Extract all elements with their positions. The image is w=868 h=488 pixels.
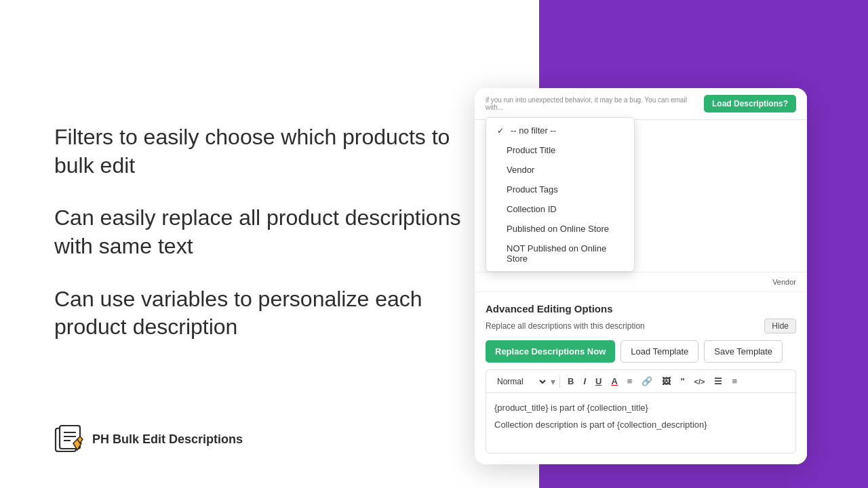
image-button[interactable]: 🖼 [658,374,674,388]
bullet-list-button[interactable]: ☰ [711,374,726,388]
brand-icon [54,424,84,454]
features-list: Filters to easily choose which products … [54,41,485,424]
editor-line-1: {product_title} is part of {collection_t… [494,401,787,415]
ordered-list-button[interactable]: ≡ [728,374,741,388]
advanced-subtitle: Replace all descriptions with this descr… [486,321,645,331]
filter-option-vendor[interactable]: Vendor [486,160,634,180]
toolbar-divider-1 [559,375,560,388]
left-panel: Filters to easily choose which products … [0,0,539,488]
feature-3: Can use variables to personalize each pr… [54,285,485,342]
load-template-button[interactable]: Load Template [620,340,698,363]
right-panel: if you run into unexpected behavior, it … [539,0,868,488]
save-template-button[interactable]: Save Template [704,340,783,363]
action-buttons: Replace Descriptions Now Load Template S… [486,340,796,363]
style-select[interactable]: Normal Heading 1 Heading 2 [492,375,548,388]
editor-area[interactable]: {product_title} is part of {collection_t… [486,392,796,453]
table-hint: Vendor [475,272,807,291]
editor-line-2: Collection description is part of {colle… [494,418,787,432]
bold-button[interactable]: B [564,374,577,388]
dropdown-overlay: -- no filter -- Product Title Vendor Pro… [486,117,796,272]
filter-option-published[interactable]: Published on Online Store [486,219,634,239]
link-button[interactable]: 🔗 [638,374,656,388]
filter-option-not-published[interactable]: NOT Published on Online Store [486,239,634,268]
align-button[interactable]: ≡ [624,374,636,388]
filter-option-no-filter[interactable]: -- no filter -- [486,121,634,140]
feature-2: Can easily replace all product descripti… [54,204,485,260]
code-button[interactable]: </> [691,375,709,388]
underline-button[interactable]: U [592,374,605,388]
top-bar: if you run into unexpected behavior, it … [475,88,807,120]
color-button[interactable]: A [608,374,620,388]
filter-option-collection-id[interactable]: Collection ID [486,199,634,219]
feature-1: Filters to easily choose which products … [54,123,485,180]
advanced-section: Advanced Editing Options Replace all des… [475,291,807,464]
top-bar-text: if you run into unexpected behavior, it … [486,96,698,111]
hide-button[interactable]: Hide [764,319,796,333]
blockquote-button[interactable]: " [677,374,688,388]
brand: PH Bulk Edit Descriptions [54,424,485,454]
filter-option-product-tags[interactable]: Product Tags [486,180,634,199]
chevron-down-icon[interactable]: ▾ [551,376,555,387]
italic-button[interactable]: I [580,374,589,388]
filter-dropdown[interactable]: -- no filter -- Product Title Vendor Pro… [486,117,635,272]
app-card: if you run into unexpected behavior, it … [475,88,807,464]
filter-option-product-title[interactable]: Product Title [486,140,634,160]
load-descriptions-button[interactable]: Load Descriptions? [704,95,796,113]
replace-descriptions-button[interactable]: Replace Descriptions Now [486,340,615,363]
editor-toolbar: Normal Heading 1 Heading 2 ▾ B I U A ≡ 🔗… [486,369,796,392]
brand-name: PH Bulk Edit Descriptions [92,432,243,447]
advanced-title: Advanced Editing Options [486,303,796,314]
advanced-subtitle-row: Replace all descriptions with this descr… [486,319,796,333]
